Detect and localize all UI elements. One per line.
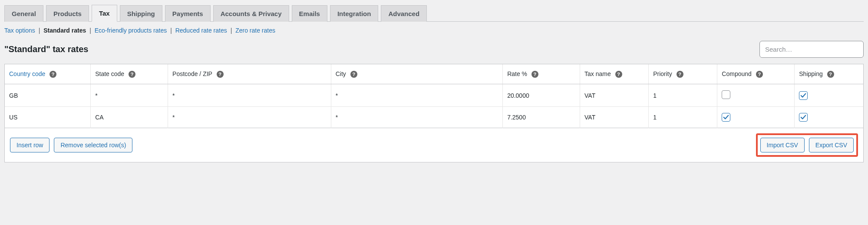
import-csv-button[interactable]: Import CSV	[760, 138, 805, 152]
shipping-checkbox[interactable]	[799, 91, 808, 100]
help-icon[interactable]: ?	[677, 71, 683, 78]
remove-rows-button[interactable]: Remove selected row(s)	[54, 138, 132, 152]
cell-state[interactable]: CA	[91, 107, 168, 128]
settings-tabs: General Products Tax Shipping Payments A…	[4, 4, 864, 22]
col-city-label: City	[336, 70, 346, 77]
search-input[interactable]	[759, 41, 864, 58]
table-footer: Insert row Remove selected row(s) Import…	[10, 133, 858, 157]
compound-checkbox[interactable]	[722, 113, 730, 122]
col-rate-label: Rate %	[507, 70, 527, 77]
tab-shipping[interactable]: Shipping	[120, 5, 162, 22]
tab-accounts-privacy[interactable]: Accounts & Privacy	[213, 5, 289, 22]
help-icon[interactable]: ?	[217, 71, 224, 78]
tab-tax[interactable]: Tax	[92, 5, 117, 22]
insert-row-button[interactable]: Insert row	[10, 138, 50, 152]
separator: |	[231, 27, 232, 34]
col-country[interactable]: Country code ?	[5, 64, 91, 84]
col-priority-label: Priority	[653, 70, 672, 77]
page-title: "Standard" tax rates	[4, 44, 88, 54]
col-city: City ?	[331, 64, 502, 84]
table-row[interactable]: GB***20.0000VAT1	[5, 84, 863, 107]
col-compound: Compound ?	[717, 64, 795, 84]
table-header-row: Country code ? State code ? Postcode / Z…	[5, 64, 863, 84]
col-postcode-label: Postcode / ZIP	[172, 70, 212, 77]
col-state-label: State code	[95, 70, 124, 77]
separator: |	[89, 27, 91, 34]
help-icon[interactable]: ?	[531, 71, 538, 78]
help-icon[interactable]: ?	[827, 71, 834, 78]
cell-priority[interactable]: 1	[649, 84, 717, 107]
cell-shipping	[795, 84, 863, 107]
col-postcode: Postcode / ZIP ?	[168, 64, 331, 84]
separator: |	[39, 27, 40, 34]
export-csv-button[interactable]: Export CSV	[809, 138, 854, 152]
help-icon[interactable]: ?	[350, 71, 357, 78]
col-name: Tax name ?	[580, 64, 649, 84]
cell-name[interactable]: VAT	[580, 107, 649, 128]
cell-compound	[717, 107, 795, 128]
col-compound-label: Compound	[722, 70, 752, 77]
col-name-label: Tax name	[584, 70, 611, 77]
separator: |	[170, 27, 172, 34]
col-country-label: Country code	[9, 70, 45, 77]
section-standard-rates[interactable]: Standard rates	[43, 27, 86, 34]
section-zero-rates[interactable]: Zero rate rates	[235, 27, 275, 34]
cell-rate[interactable]: 7.2500	[503, 107, 580, 128]
col-shipping: Shipping ?	[795, 64, 863, 84]
cell-country[interactable]: GB	[5, 84, 91, 107]
tab-advanced[interactable]: Advanced	[381, 5, 427, 22]
tax-sections: Tax options | Standard rates | Eco-frien…	[4, 22, 864, 38]
compound-checkbox[interactable]	[722, 90, 730, 99]
help-icon[interactable]: ?	[129, 71, 135, 78]
cell-state[interactable]: *	[91, 84, 168, 107]
tab-integration[interactable]: Integration	[330, 5, 379, 22]
cell-country[interactable]: US	[5, 107, 91, 128]
tax-rates-table: Country code ? State code ? Postcode / Z…	[4, 64, 864, 162]
cell-priority[interactable]: 1	[649, 107, 717, 128]
tab-emails[interactable]: Emails	[292, 5, 327, 22]
shipping-checkbox[interactable]	[799, 113, 808, 122]
cell-name[interactable]: VAT	[580, 84, 649, 107]
help-icon[interactable]: ?	[50, 71, 56, 78]
cell-city[interactable]: *	[331, 107, 502, 128]
help-icon[interactable]: ?	[756, 71, 763, 78]
table-row[interactable]: USCA**7.2500VAT1	[5, 107, 863, 128]
tab-payments[interactable]: Payments	[165, 5, 211, 22]
cell-shipping	[795, 107, 863, 128]
col-priority: Priority ?	[649, 64, 717, 84]
section-eco-rates[interactable]: Eco-friendly products rates	[95, 27, 167, 34]
section-reduced-rates[interactable]: Reduced rate rates	[175, 27, 227, 34]
csv-buttons-highlight: Import CSV Export CSV	[756, 133, 858, 157]
col-state: State code ?	[91, 64, 168, 84]
section-tax-options[interactable]: Tax options	[4, 27, 35, 34]
cell-compound	[717, 84, 795, 107]
help-icon[interactable]: ?	[615, 71, 622, 78]
col-shipping-label: Shipping	[799, 70, 823, 77]
cell-postcode[interactable]: *	[168, 107, 331, 128]
col-rate: Rate % ?	[503, 64, 580, 84]
tab-products[interactable]: Products	[46, 5, 89, 22]
cell-postcode[interactable]: *	[168, 84, 331, 107]
cell-rate[interactable]: 20.0000	[503, 84, 580, 107]
tab-general[interactable]: General	[4, 5, 43, 22]
cell-city[interactable]: *	[331, 84, 502, 107]
